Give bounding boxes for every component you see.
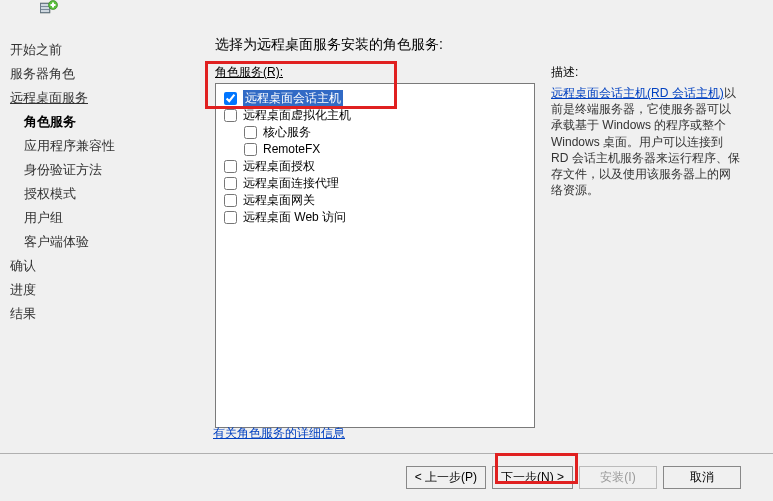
- prev-button[interactable]: < 上一步(P): [406, 466, 486, 489]
- role-core-services-checkbox[interactable]: [244, 126, 257, 139]
- description-head: 描述:: [551, 64, 741, 81]
- install-button: 安装(I): [579, 466, 657, 489]
- page-heading: 选择为远程桌面服务安装的角色服务:: [215, 36, 763, 54]
- role-remotefx-label: RemoteFX: [263, 141, 320, 158]
- role-remotefx[interactable]: RemoteFX: [224, 141, 526, 158]
- nav-client-experience[interactable]: 客户端体验: [10, 230, 190, 254]
- nav-user-groups[interactable]: 用户组: [10, 206, 190, 230]
- role-rd-connection-broker-checkbox[interactable]: [224, 177, 237, 190]
- cancel-button[interactable]: 取消: [663, 466, 741, 489]
- svg-rect-3: [41, 10, 49, 12]
- nav-confirm[interactable]: 确认: [10, 254, 190, 278]
- nav-license-mode[interactable]: 授权模式: [10, 182, 190, 206]
- wizard-button-bar: < 上一步(P) 下一步(N) > 安装(I) 取消: [0, 453, 773, 501]
- nav-results[interactable]: 结果: [10, 302, 190, 326]
- role-services-listbox[interactable]: 远程桌面会话主机 远程桌面虚拟化主机 核心服务 RemoteFX: [215, 83, 535, 428]
- role-rd-licensing[interactable]: 远程桌面授权: [224, 158, 526, 175]
- role-rd-virtualization-host-checkbox[interactable]: [224, 109, 237, 122]
- role-rd-virtualization-host[interactable]: 远程桌面虚拟化主机: [224, 107, 526, 124]
- role-rd-gateway[interactable]: 远程桌面网关: [224, 192, 526, 209]
- role-rd-web-access-checkbox[interactable]: [224, 211, 237, 224]
- nav-server-roles[interactable]: 服务器角色: [10, 62, 190, 86]
- role-rd-connection-broker-label: 远程桌面连接代理: [243, 175, 339, 192]
- description-body: 以前是终端服务器，它使服务器可以承载基于 Windows 的程序或整个 Wind…: [551, 86, 740, 197]
- wizard-nav: 开始之前 服务器角色 远程桌面服务 角色服务 应用程序兼容性 身份验证方法 授权…: [0, 22, 190, 452]
- role-rd-session-host-checkbox[interactable]: [224, 92, 237, 105]
- svg-rect-2: [41, 7, 49, 9]
- svg-rect-6: [51, 4, 56, 6]
- role-remotefx-checkbox[interactable]: [244, 143, 257, 156]
- role-rd-session-host-label: 远程桌面会话主机: [243, 90, 343, 107]
- svg-rect-1: [41, 4, 49, 6]
- roles-label: 角色服务(R):: [215, 64, 535, 81]
- nav-remote-desktop-services[interactable]: 远程桌面服务: [10, 86, 190, 110]
- role-rd-gateway-checkbox[interactable]: [224, 194, 237, 207]
- nav-progress[interactable]: 进度: [10, 278, 190, 302]
- role-rd-virtualization-host-label: 远程桌面虚拟化主机: [243, 107, 351, 124]
- role-rd-web-access-label: 远程桌面 Web 访问: [243, 209, 346, 226]
- role-rd-licensing-checkbox[interactable]: [224, 160, 237, 173]
- role-rd-connection-broker[interactable]: 远程桌面连接代理: [224, 175, 526, 192]
- nav-auth-method[interactable]: 身份验证方法: [10, 158, 190, 182]
- role-rd-gateway-label: 远程桌面网关: [243, 192, 315, 209]
- description-text: 远程桌面会话主机(RD 会话主机)以前是终端服务器，它使服务器可以承载基于 Wi…: [551, 85, 741, 198]
- role-core-services-label: 核心服务: [263, 124, 311, 141]
- role-rd-licensing-label: 远程桌面授权: [243, 158, 315, 175]
- nav-app-compat[interactable]: 应用程序兼容性: [10, 134, 190, 158]
- server-add-icon: [40, 0, 58, 17]
- nav-before-you-begin[interactable]: 开始之前: [10, 38, 190, 62]
- next-button[interactable]: 下一步(N) >: [492, 466, 573, 489]
- role-rd-session-host[interactable]: 远程桌面会话主机: [224, 90, 526, 107]
- role-rd-web-access[interactable]: 远程桌面 Web 访问: [224, 209, 526, 226]
- description-link[interactable]: 远程桌面会话主机(RD 会话主机): [551, 86, 724, 100]
- nav-role-services[interactable]: 角色服务: [10, 110, 190, 134]
- role-details-link[interactable]: 有关角色服务的详细信息: [213, 425, 345, 442]
- role-core-services[interactable]: 核心服务: [224, 124, 526, 141]
